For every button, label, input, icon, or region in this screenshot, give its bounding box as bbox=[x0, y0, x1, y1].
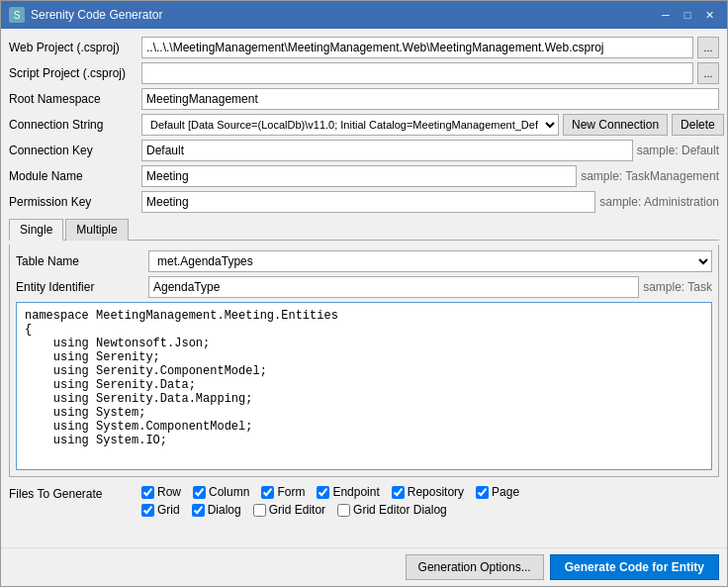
connection-string-label: Connection String bbox=[9, 118, 137, 132]
checkbox-row-label[interactable]: Row bbox=[141, 485, 181, 499]
checkbox-grid-label[interactable]: Grid bbox=[141, 503, 180, 517]
entity-identifier-sample: sample: Task bbox=[643, 280, 712, 294]
minimize-button[interactable]: ─ bbox=[656, 6, 676, 24]
connection-key-row: Connection Key sample: Default bbox=[9, 140, 719, 161]
checkbox-dialog-label[interactable]: Dialog bbox=[192, 503, 241, 517]
generation-options-button[interactable]: Generation Options... bbox=[406, 554, 544, 580]
tab-content-single: Table Name met.AgendaTypes Entity Identi… bbox=[9, 245, 719, 477]
connection-key-sample: sample: Default bbox=[637, 144, 719, 157]
files-to-generate-section: Files To Generate Row Column Form bbox=[9, 485, 719, 517]
root-namespace-input[interactable] bbox=[141, 88, 719, 110]
tab-bar: Single Multiple bbox=[9, 219, 719, 241]
permission-key-sample: sample: Administration bbox=[599, 195, 719, 209]
permission-key-input[interactable] bbox=[141, 191, 595, 213]
permission-key-row: Permission Key sample: Administration bbox=[9, 191, 719, 213]
checkbox-dialog[interactable] bbox=[192, 504, 205, 517]
checkbox-repository[interactable] bbox=[392, 486, 405, 499]
code-output: namespace MeetingManagement.Meeting.Enti… bbox=[16, 302, 712, 470]
checkboxes-container: Row Column Form Endpoint bbox=[141, 485, 519, 517]
permission-key-label: Permission Key bbox=[9, 195, 137, 209]
table-name-label: Table Name bbox=[16, 254, 144, 268]
checkbox-column-label[interactable]: Column bbox=[193, 485, 249, 499]
tab-multiple[interactable]: Multiple bbox=[65, 219, 128, 241]
web-project-row: Web Project (.csproj) ... bbox=[9, 37, 719, 58]
module-name-input[interactable] bbox=[141, 165, 577, 187]
tab-single[interactable]: Single bbox=[9, 219, 63, 241]
checkbox-grid-editor-dialog[interactable] bbox=[337, 504, 350, 517]
checkbox-page[interactable] bbox=[476, 486, 489, 499]
close-button[interactable]: ✕ bbox=[699, 6, 719, 24]
title-bar: S Serenity Code Generator ─ □ ✕ bbox=[1, 1, 727, 29]
checkbox-grid-editor[interactable] bbox=[253, 504, 266, 517]
delete-connection-button[interactable]: Delete bbox=[672, 114, 724, 136]
checkbox-column[interactable] bbox=[193, 486, 206, 499]
app-icon: S bbox=[9, 7, 25, 23]
entity-identifier-input[interactable] bbox=[148, 276, 639, 298]
checkbox-row[interactable] bbox=[141, 486, 154, 499]
window-title: Serenity Code Generator bbox=[31, 8, 162, 22]
generate-code-button[interactable]: Generate Code for Entity bbox=[550, 554, 719, 580]
connection-string-select[interactable]: Default [Data Source=(LocalDb)\v11.0; In… bbox=[141, 114, 559, 136]
new-connection-button[interactable]: New Connection bbox=[563, 114, 668, 136]
main-window: S Serenity Code Generator ─ □ ✕ Web Proj… bbox=[0, 0, 728, 587]
script-project-label: Script Project (.csproj) bbox=[9, 66, 137, 80]
web-project-label: Web Project (.csproj) bbox=[9, 41, 137, 54]
checkbox-form[interactable] bbox=[261, 486, 274, 499]
module-name-label: Module Name bbox=[9, 169, 137, 183]
module-name-row: Module Name sample: TaskManagement bbox=[9, 165, 719, 187]
entity-identifier-label: Entity Identifier bbox=[16, 280, 144, 294]
connection-key-label: Connection Key bbox=[9, 144, 137, 157]
connection-string-row: Connection String Default [Data Source=(… bbox=[9, 114, 719, 136]
entity-identifier-row: Entity Identifier sample: Task bbox=[16, 276, 712, 298]
module-name-sample: sample: TaskManagement bbox=[581, 169, 719, 183]
root-namespace-row: Root Namespace bbox=[9, 88, 719, 110]
main-content: Web Project (.csproj) ... Script Project… bbox=[1, 29, 727, 547]
maximize-button[interactable]: □ bbox=[678, 6, 697, 24]
checkbox-grid[interactable] bbox=[141, 504, 154, 517]
checkbox-grid-editor-dialog-label[interactable]: Grid Editor Dialog bbox=[337, 503, 447, 517]
checkbox-form-label[interactable]: Form bbox=[261, 485, 305, 499]
table-name-select[interactable]: met.AgendaTypes bbox=[148, 250, 712, 272]
web-project-browse-button[interactable]: ... bbox=[697, 37, 719, 58]
checkbox-grid-editor-label[interactable]: Grid Editor bbox=[253, 503, 325, 517]
checkbox-endpoint-label[interactable]: Endpoint bbox=[317, 485, 379, 499]
root-namespace-label: Root Namespace bbox=[9, 92, 137, 106]
script-project-browse-button[interactable]: ... bbox=[697, 62, 719, 84]
files-row-1: Row Column Form Endpoint bbox=[141, 485, 519, 499]
checkbox-endpoint[interactable] bbox=[317, 486, 329, 499]
script-project-input[interactable] bbox=[141, 62, 693, 84]
table-name-row: Table Name met.AgendaTypes bbox=[16, 250, 712, 272]
checkbox-page-label[interactable]: Page bbox=[476, 485, 519, 499]
script-project-row: Script Project (.csproj) ... bbox=[9, 62, 719, 84]
files-to-generate-label: Files To Generate bbox=[9, 485, 137, 501]
web-project-input[interactable] bbox=[141, 37, 693, 58]
files-row-2: Grid Dialog Grid Editor Grid Editor Dial… bbox=[141, 503, 519, 517]
checkbox-repository-label[interactable]: Repository bbox=[392, 485, 464, 499]
footer: Generation Options... Generate Code for … bbox=[1, 547, 727, 586]
connection-key-input[interactable] bbox=[141, 140, 633, 161]
window-controls: ─ □ ✕ bbox=[656, 6, 719, 24]
